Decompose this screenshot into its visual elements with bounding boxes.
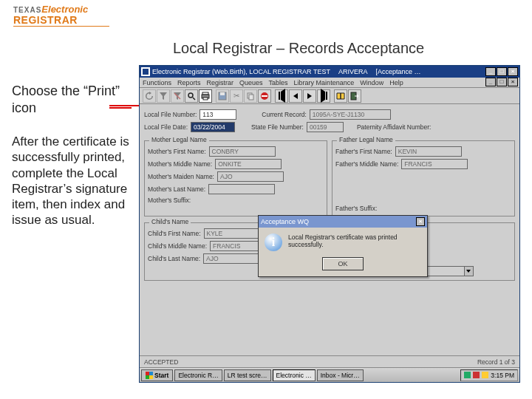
father-name-group: Father Legal Name Father's First Name:KE… (332, 140, 515, 216)
svg-rect-5 (220, 92, 225, 95)
book-icon[interactable] (334, 89, 347, 103)
child-last-label: Child's Last Name: (148, 255, 200, 262)
window-user: ARIVERA (338, 68, 368, 75)
mdi-close-button[interactable]: × (508, 78, 518, 86)
system-tray: 3:15 PM (460, 369, 518, 381)
save-icon[interactable] (216, 89, 229, 103)
toolbar: ✂ (140, 88, 519, 104)
print-icon[interactable] (199, 89, 212, 103)
start-label: Start (154, 372, 168, 379)
mother-suffix-label: Mother's Suffix: (148, 197, 191, 204)
mother-first-field: CONBRY (209, 146, 276, 157)
instruction-after-print: After the certificate is successfully pr… (12, 134, 130, 228)
local-file-date-label: Local File Date: (144, 123, 188, 131)
nav-next-icon[interactable] (303, 89, 316, 103)
filter-icon[interactable] (157, 89, 170, 103)
father-first-label: Father's First Name: (335, 148, 392, 155)
menu-registrar[interactable]: Registrar (207, 79, 234, 86)
father-group-title: Father Legal Name (337, 136, 395, 143)
nav-prev-icon[interactable] (289, 89, 302, 103)
local-file-number-label: Local File Number: (144, 111, 197, 118)
local-file-date-field[interactable]: 03/22/2004 (191, 122, 235, 132)
print-success-dialog: Acceptance WQ × i Local Registrar's cert… (258, 215, 428, 277)
tray-clock: 3:15 PM (491, 372, 514, 379)
search-icon[interactable] (185, 89, 198, 103)
close-button[interactable]: × (508, 67, 518, 76)
dialog-ok-button[interactable]: OK (322, 257, 364, 270)
mdi-minimize-button[interactable]: _ (485, 78, 496, 86)
child-middle-label: Child's Middle Name: (148, 242, 207, 250)
menu-functions[interactable]: Functions (143, 79, 171, 86)
taskbar-item[interactable]: Electronic R… (174, 369, 222, 381)
current-record-label: Current Record: (262, 111, 306, 118)
logo-registrar: REGISTRAR (13, 15, 109, 25)
instruction-column: Choose the “Print” icon After the certif… (12, 83, 130, 228)
menu-tables[interactable]: Tables (269, 79, 288, 86)
father-middle-label: Father's Middle Name: (335, 160, 398, 168)
menu-reports[interactable]: Reports (177, 79, 201, 86)
cut-icon[interactable]: ✂ (230, 89, 243, 103)
logo-electronic: Electronic (41, 4, 88, 15)
slide-title: Local Registrar – Records Acceptance (173, 40, 424, 57)
menu-queues[interactable]: Queues (239, 79, 263, 86)
maximize-button[interactable]: □ (497, 67, 507, 76)
taskbar-item[interactable]: Inbox - Micr… (317, 369, 364, 381)
form-area: Local File Number: 113 Current Record: 1… (140, 104, 519, 367)
dialog-close-button[interactable]: × (416, 217, 425, 226)
nav-last-icon[interactable] (317, 89, 330, 103)
state-file-number-field: 00159 (307, 122, 344, 132)
filter-clear-icon[interactable] (171, 89, 184, 103)
father-suffix-label: Father's Suffix: (335, 205, 377, 212)
local-file-number-field[interactable]: 113 (200, 109, 236, 120)
mother-first-label: Mother's First Name: (148, 148, 206, 155)
window-title: Electronic Registrar (Web.Birth), LOCAL … (152, 68, 330, 75)
statusbar: ACCEPTED Record 1 of 3 (140, 355, 519, 367)
window-title-right: [Acceptance … (375, 68, 420, 75)
copy-icon[interactable] (244, 89, 257, 103)
menu-library[interactable]: Library Maintenance (294, 79, 355, 86)
refresh-icon[interactable] (143, 89, 156, 103)
dropdown-arrow-icon[interactable] (465, 266, 474, 276)
state-file-number-label: State File Number: (251, 123, 304, 131)
taskbar-item-active[interactable]: Electronic … (273, 369, 316, 381)
mother-last-label: Mother's Last Name: (148, 185, 205, 193)
menubar: Functions Reports Registrar Queues Table… (140, 78, 519, 88)
father-first-field: KEVIN (395, 146, 462, 157)
paternity-affidavit-label: Paternity Affidavit Number: (357, 123, 431, 131)
child-group-title: Child's Name (149, 218, 191, 225)
app-icon (141, 67, 150, 76)
app-window: Electronic Registrar (Web.Birth), LOCAL … (139, 65, 520, 383)
mother-name-group: Mother Legal Name Mother's First Name:CO… (144, 140, 327, 216)
mother-maiden-label: Mother's Maiden Name: (148, 173, 214, 180)
svg-rect-3 (203, 98, 208, 100)
taskbar-item[interactable]: LR test scre… (224, 369, 271, 381)
mother-middle-field: ONKITE (215, 159, 282, 169)
mother-last-field (208, 184, 275, 194)
status-right: Record 1 of 3 (477, 358, 515, 366)
start-button[interactable]: Start (141, 369, 173, 381)
current-record-field: 1095A-SYE-J1130 (310, 109, 391, 120)
menu-help[interactable]: Help (389, 79, 403, 86)
dialog-message: Local Registrar's certificate was printe… (288, 233, 421, 248)
nav-first-icon[interactable] (275, 89, 288, 103)
windows-flag-icon (146, 372, 153, 379)
tray-shield-icon[interactable] (473, 372, 480, 378)
dialog-title: Acceptance WQ (261, 218, 309, 225)
mdi-restore-button[interactable]: □ (497, 78, 507, 86)
info-icon: i (265, 233, 282, 251)
minimize-button[interactable]: _ (485, 67, 496, 76)
status-left: ACCEPTED (144, 358, 178, 366)
taskbar: Start Electronic R… LR test scre… Electr… (140, 367, 519, 382)
exit-icon[interactable] (348, 89, 361, 103)
tray-icon[interactable] (482, 372, 488, 378)
svg-rect-9 (262, 95, 267, 97)
father-middle-field: FRANCIS (401, 159, 468, 169)
stop-icon[interactable] (258, 89, 271, 103)
titlebar: Electronic Registrar (Web.Birth), LOCAL … (140, 66, 519, 78)
tray-icon[interactable] (464, 372, 471, 378)
instruction-print: Choose the “Print” icon (12, 83, 130, 116)
menu-window[interactable]: Window (360, 79, 383, 86)
mother-middle-label: Mother's Middle Name: (148, 160, 212, 168)
brand-logo: TEXASElectronic REGISTRAR (13, 4, 109, 27)
child-first-label: Child's First Name: (148, 230, 201, 237)
